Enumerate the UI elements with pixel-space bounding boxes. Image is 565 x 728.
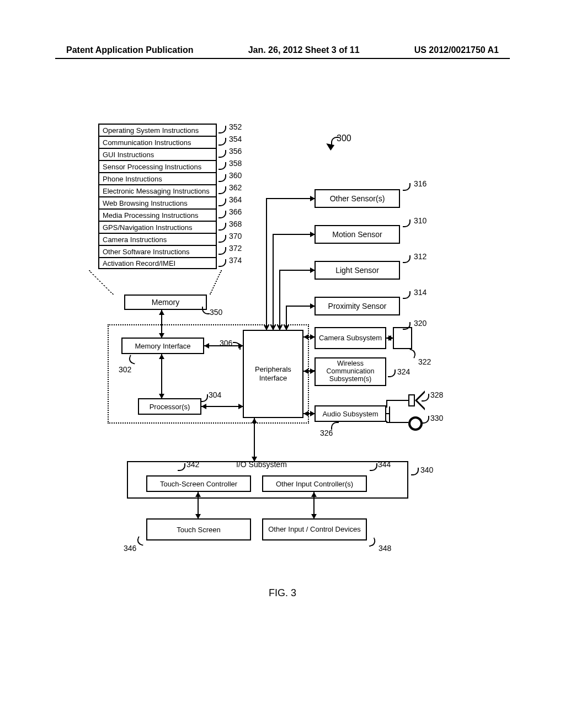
ref-310: 310	[414, 216, 427, 225]
mem-os: Operating System Instructions	[98, 124, 217, 136]
ref-322: 322	[418, 357, 431, 366]
ref-312: 312	[414, 252, 427, 261]
ref-324: 324	[397, 367, 410, 376]
ref-328: 328	[430, 390, 443, 399]
ref-302: 302	[119, 365, 131, 374]
ref-316: 316	[414, 179, 427, 188]
io-subsystem-label: I/O Subsystem	[236, 460, 287, 469]
speaker-icon	[408, 394, 415, 406]
peripherals-interface-box: Peripherals Interface	[243, 330, 303, 418]
wireless-box: Wireless Communication Subsystem(s)	[315, 357, 386, 386]
mem-web: Web Browsing Instructions	[98, 196, 217, 208]
ref-342: 342	[186, 460, 199, 469]
touch-screen-box: Touch Screen	[146, 518, 251, 540]
audio-box: Audio Subsystem	[315, 405, 386, 422]
other-devices-box: Other Input / Control Devices	[262, 518, 367, 540]
camera-periph-box	[393, 327, 412, 349]
ref-350: 350	[210, 308, 222, 317]
header-left: Patent Application Publication	[66, 45, 194, 55]
ref-354: 354	[229, 135, 242, 143]
mic-icon	[408, 416, 423, 431]
ref-340: 340	[420, 465, 433, 474]
figure-label: FIG. 3	[0, 587, 565, 599]
ref-320: 320	[414, 319, 427, 328]
memory-interface-box: Memory Interface	[121, 338, 204, 354]
ref-356: 356	[229, 147, 242, 156]
mem-camera: Camera Instructions	[98, 233, 217, 245]
mem-imei: Activation Record/IMEI	[98, 257, 217, 269]
mem-comm: Communication Instructions	[98, 136, 217, 148]
camera-subsystem-box: Camera Subsystem	[315, 327, 386, 349]
ref-352: 352	[229, 122, 242, 131]
other-controller-box: Other Input Controller(s)	[262, 475, 367, 492]
ref-304: 304	[209, 390, 221, 399]
ref-370: 370	[229, 232, 242, 240]
page-header: Patent Application Publication Jan. 26, …	[0, 45, 565, 55]
ref-364: 364	[229, 195, 242, 204]
mem-other-sw: Other Software Instructions	[98, 245, 217, 257]
ref-344: 344	[378, 460, 391, 469]
ref-366: 366	[229, 207, 242, 216]
ref-358: 358	[229, 159, 242, 168]
mem-gui: GUI Instructions	[98, 148, 217, 160]
mem-media: Media Processing Instructions	[98, 208, 217, 221]
ref-372: 372	[229, 244, 242, 253]
header-right: US 2012/0021750 A1	[414, 45, 499, 55]
diagram-area: Operating System Instructions Communicat…	[55, 110, 510, 618]
proximity-sensor-box: Proximity Sensor	[315, 297, 400, 315]
ref-362: 362	[229, 183, 242, 192]
light-sensor-box: Light Sensor	[315, 261, 400, 280]
header-center: Jan. 26, 2012 Sheet 3 of 11	[248, 45, 360, 55]
ref-348: 348	[379, 544, 391, 553]
mem-phone: Phone Instructions	[98, 172, 217, 184]
touch-controller-box: Touch-Screen Controller	[146, 475, 251, 492]
ref-330: 330	[430, 414, 443, 422]
motion-sensor-box: Motion Sensor	[315, 225, 400, 244]
mem-gps: GPS/Navigation Instructions	[98, 221, 217, 233]
ref-368: 368	[229, 220, 242, 228]
processors-box: Processor(s)	[138, 398, 201, 415]
ref-326: 326	[320, 429, 333, 437]
ref-374: 374	[229, 256, 242, 265]
other-sensors-box: Other Sensor(s)	[315, 189, 400, 208]
ref-300: 300	[337, 133, 351, 143]
ref-314: 314	[414, 288, 427, 297]
mem-msg: Electronic Messaging Instructions	[98, 184, 217, 196]
memory-box: Memory	[124, 295, 207, 310]
ref-346: 346	[124, 544, 136, 553]
header-rule	[55, 58, 510, 59]
ref-360: 360	[229, 171, 242, 180]
mem-sensor: Sensor Processing Instructions	[98, 160, 217, 172]
